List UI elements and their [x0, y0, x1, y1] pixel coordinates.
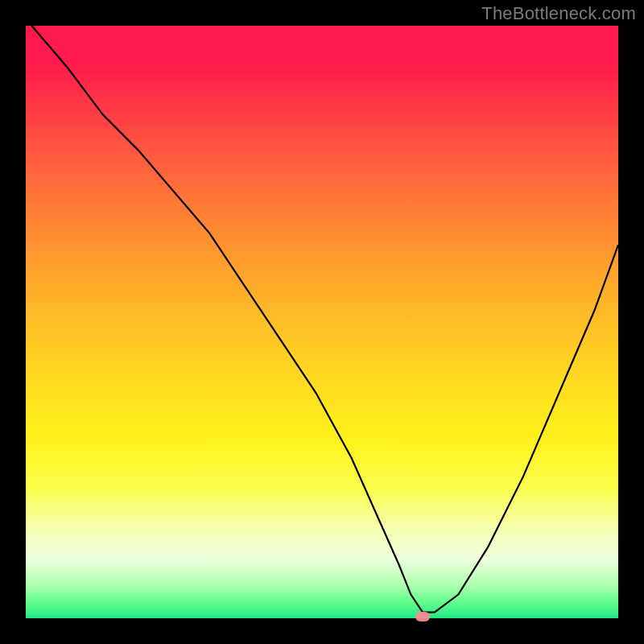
- optimal-marker: [415, 612, 430, 621]
- curve-svg: [26, 26, 618, 618]
- watermark-text: TheBottleneck.com: [481, 3, 636, 24]
- chart-frame: TheBottleneck.com: [0, 0, 644, 644]
- bottleneck-curve: [31, 26, 618, 613]
- plot-area: [26, 26, 618, 618]
